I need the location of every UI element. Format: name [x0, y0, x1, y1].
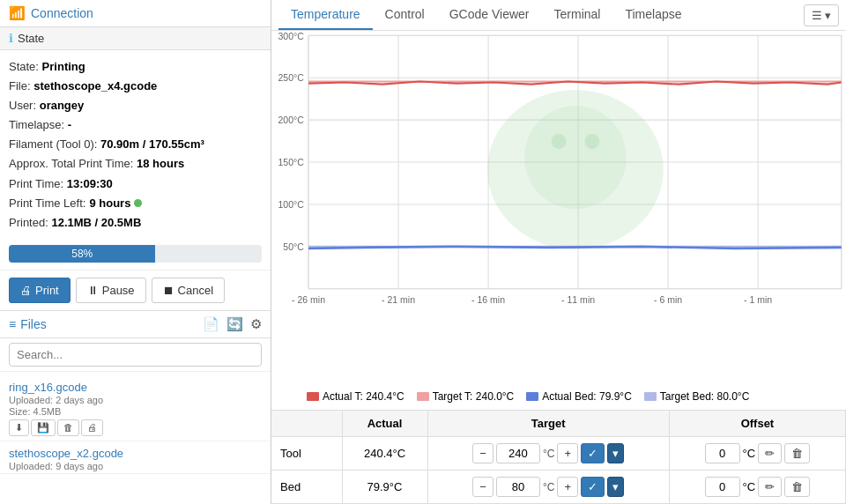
- bed-offset-unit: °C: [743, 480, 756, 493]
- bed-offset-edit-btn[interactable]: ✏: [758, 477, 782, 497]
- svg-text:300°C: 300°C: [278, 31, 304, 41]
- approx-value: 18 hours: [137, 157, 184, 170]
- online-indicator: [134, 199, 142, 207]
- file-delete-btn-1[interactable]: 🗑: [57, 419, 79, 436]
- legend-actual-t: Actual T: 240.4°C: [307, 390, 404, 403]
- list-item: stethoscope_x2.gcode Uploaded: 9 days ag…: [0, 441, 271, 474]
- files-label: Files: [20, 317, 47, 331]
- col-header-actual: Actual: [342, 411, 427, 437]
- svg-text:50°C: 50°C: [283, 241, 304, 252]
- timelapse-value: -: [68, 118, 71, 131]
- settings-icon[interactable]: ⚙: [250, 316, 262, 332]
- target-bed-color-swatch: [644, 392, 657, 401]
- tool-target-dropdown-btn[interactable]: ▾: [607, 443, 624, 463]
- cancel-button[interactable]: ⏹ Cancel: [152, 278, 225, 303]
- print-time-value: 13:09:30: [67, 177, 113, 190]
- col-header-offset: Offset: [669, 411, 845, 437]
- tab-temperature[interactable]: Temperature: [278, 0, 373, 30]
- file-uploaded-1: Uploaded: 2 days ago: [9, 395, 103, 405]
- progress-bar-fill: 58%: [9, 245, 155, 263]
- actual-bed-label: Actual Bed: 79.9°C: [542, 390, 632, 403]
- tool-target-cell: − °C + ✓ ▾: [427, 437, 669, 471]
- tool-target-unit: °C: [543, 448, 554, 460]
- bed-target-input[interactable]: [496, 477, 540, 497]
- status-value: Printing: [42, 60, 85, 73]
- bed-target-minus-btn[interactable]: −: [472, 477, 494, 497]
- tool-target-input[interactable]: [496, 443, 540, 463]
- svg-point-21: [524, 106, 627, 209]
- tab-timelapse[interactable]: Timelapse: [612, 0, 694, 30]
- print-button[interactable]: 🖨 Print: [9, 278, 70, 303]
- print-icon: 🖨: [20, 284, 32, 297]
- tool-name: Tool: [271, 437, 342, 471]
- action-buttons: 🖨 Print ⏸ Pause ⏹ Cancel: [0, 270, 271, 310]
- user-label: User:: [9, 99, 36, 112]
- tab-control[interactable]: Control: [373, 0, 437, 30]
- file-meta-1: Uploaded: 2 days ago: [9, 395, 262, 405]
- search-input[interactable]: [9, 343, 262, 367]
- refresh-icon[interactable]: 🔄: [226, 316, 243, 332]
- files-section: ≡ Files 📄 🔄 ⚙ ring_x16.gcode Uploaded: 2…: [0, 311, 271, 504]
- pause-label: Pause: [102, 284, 135, 297]
- bed-offset-input[interactable]: [705, 477, 740, 497]
- connection-header[interactable]: 📶 Connection: [0, 0, 271, 27]
- bed-offset-cell: °C ✏ 🗑: [669, 471, 845, 504]
- tabs-header: Temperature Control GCode Viewer Termina…: [271, 0, 846, 31]
- table-row-tool: Tool 240.4°C − °C + ✓ ▾: [271, 437, 846, 471]
- file-download-btn-1[interactable]: ⬇: [9, 419, 29, 436]
- bed-offset-delete-btn[interactable]: 🗑: [784, 477, 810, 497]
- file-list: ring_x16.gcode Uploaded: 2 days ago Size…: [0, 372, 271, 504]
- files-title: ≡ Files: [9, 317, 199, 331]
- svg-text:250°C: 250°C: [278, 72, 304, 83]
- state-title-bar: ℹ State: [0, 27, 271, 50]
- pause-icon: ⏸: [87, 284, 99, 297]
- progress-label: 58%: [71, 248, 93, 260]
- chevron-down-icon: ▾: [825, 9, 831, 22]
- menu-icon: ☰: [812, 9, 822, 22]
- tab-gcode-viewer[interactable]: GCode Viewer: [437, 0, 542, 30]
- status-label: State:: [9, 60, 39, 73]
- svg-text:- 11 min: - 11 min: [561, 294, 595, 305]
- bed-actual: 79.9°C: [342, 471, 427, 504]
- file-name-1[interactable]: ring_x16.gcode: [9, 381, 262, 394]
- signal-icon: 📶: [9, 5, 26, 21]
- info-icon: ℹ: [9, 32, 13, 45]
- tool-offset-input[interactable]: [705, 443, 740, 463]
- file-name-2[interactable]: stethoscope_x2.gcode: [9, 447, 262, 460]
- tabs-menu-button[interactable]: ☰ ▾: [804, 4, 839, 26]
- filament-label: Filament (Tool 0):: [9, 137, 97, 151]
- bed-target-dropdown-btn[interactable]: ▾: [607, 477, 624, 497]
- pause-button[interactable]: ⏸ Pause: [76, 278, 146, 303]
- legend-target-bed: Target Bed: 80.0°C: [644, 390, 750, 403]
- svg-point-22: [552, 134, 567, 149]
- print-time-left-value: 9 hours: [89, 194, 130, 213]
- tool-target-confirm-btn[interactable]: ✓: [581, 443, 605, 463]
- tool-offset-unit: °C: [743, 447, 756, 460]
- file-uploaded-2: Uploaded: 9 days ago: [9, 461, 103, 471]
- tool-offset-delete-btn[interactable]: 🗑: [784, 443, 810, 463]
- tool-offset-edit-btn[interactable]: ✏: [758, 443, 782, 463]
- legend-target-t: Target T: 240.0°C: [417, 390, 515, 403]
- tool-target-minus-btn[interactable]: −: [472, 443, 494, 463]
- timelapse-label: Timelapse:: [9, 118, 64, 131]
- bed-target-cell: − °C + ✓ ▾: [427, 471, 669, 504]
- new-file-icon[interactable]: 📄: [203, 316, 219, 332]
- tool-offset-cell: °C ✏ 🗑: [669, 437, 845, 471]
- temperature-chart-area: 300°C 250°C 200°C 150°C 100°C 50°C - 26 …: [271, 31, 846, 410]
- svg-text:- 6 min: - 6 min: [654, 294, 682, 305]
- bed-target-plus-btn[interactable]: +: [557, 477, 578, 497]
- tab-terminal[interactable]: Terminal: [542, 0, 613, 30]
- print-label: Print: [35, 284, 59, 297]
- state-body: State: Printing File: stethoscope_x4.gco…: [0, 50, 271, 240]
- file-print-btn-1[interactable]: 🖨: [81, 419, 103, 436]
- svg-point-23: [584, 134, 599, 149]
- tool-target-plus-btn[interactable]: +: [557, 443, 578, 463]
- printed-label: Printed:: [9, 216, 48, 229]
- bed-target-confirm-btn[interactable]: ✓: [581, 477, 605, 497]
- cancel-icon: ⏹: [163, 284, 174, 297]
- file-save-btn-1[interactable]: 💾: [31, 419, 56, 436]
- printed-value: 12.1MB / 20.5MB: [51, 216, 141, 229]
- left-panel: 📶 Connection ℹ State State: Printing Fil…: [0, 0, 271, 504]
- connection-label: Connection: [31, 6, 93, 20]
- state-section: ℹ State State: Printing File: stethoscop…: [0, 27, 271, 311]
